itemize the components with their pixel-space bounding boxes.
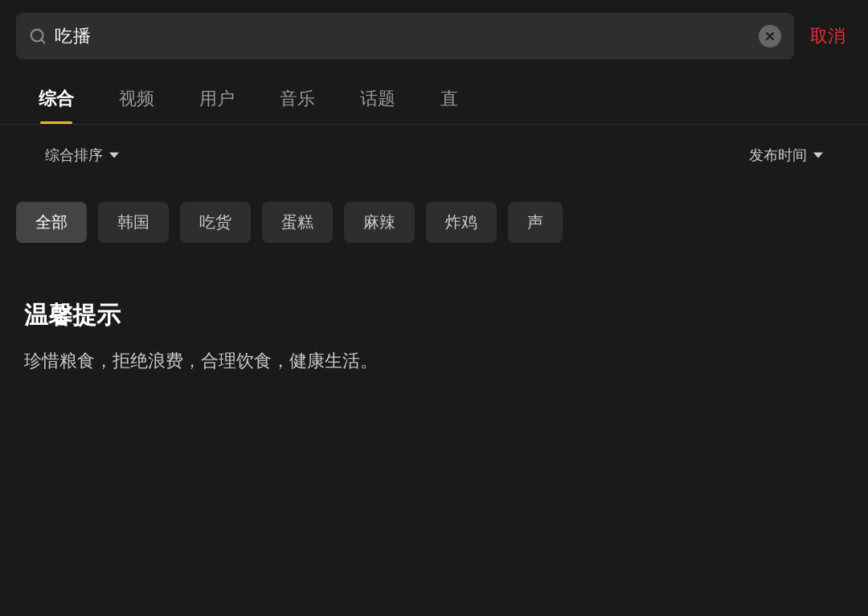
- time-filter-button[interactable]: 发布时间: [736, 139, 836, 171]
- notice-section: 温馨提示 珍惜粮食，拒绝浪费，合理饮食，健康生活。: [0, 259, 868, 399]
- tag-all[interactable]: 全部: [16, 202, 87, 243]
- tag-korea[interactable]: 韩国: [98, 202, 169, 243]
- tab-music[interactable]: 音乐: [257, 72, 338, 124]
- search-input-container[interactable]: 吃播: [16, 13, 794, 60]
- svg-line-1: [41, 39, 44, 43]
- search-query-text: 吃播: [55, 24, 751, 48]
- sort-filter-button[interactable]: 综合排序: [32, 139, 132, 171]
- tab-topic[interactable]: 话题: [338, 72, 418, 124]
- tag-more[interactable]: 声: [508, 202, 563, 243]
- search-icon: [29, 27, 47, 45]
- clear-search-button[interactable]: [759, 25, 781, 47]
- tabs-container: 综合 视频 用户 音乐 话题 直: [0, 72, 868, 125]
- filter-row: 综合排序 发布时间: [0, 125, 868, 186]
- tag-cake[interactable]: 蛋糕: [262, 202, 333, 243]
- notice-text: 珍惜粮食，拒绝浪费，合理饮食，健康生活。: [24, 347, 844, 375]
- tag-chicken[interactable]: 炸鸡: [426, 202, 497, 243]
- notice-title: 温馨提示: [24, 299, 844, 332]
- tags-container: 全部 韩国 吃货 蛋糕 麻辣 炸鸡 声: [0, 186, 868, 259]
- tab-live[interactable]: 直: [418, 72, 481, 124]
- tag-foodie[interactable]: 吃货: [180, 202, 251, 243]
- cancel-button[interactable]: 取消: [804, 24, 852, 48]
- tab-video[interactable]: 视频: [96, 72, 177, 124]
- search-bar: 吃播 取消: [0, 0, 868, 72]
- tab-comprehensive[interactable]: 综合: [16, 72, 96, 124]
- tab-user[interactable]: 用户: [177, 72, 257, 124]
- tag-spicy[interactable]: 麻辣: [344, 202, 415, 243]
